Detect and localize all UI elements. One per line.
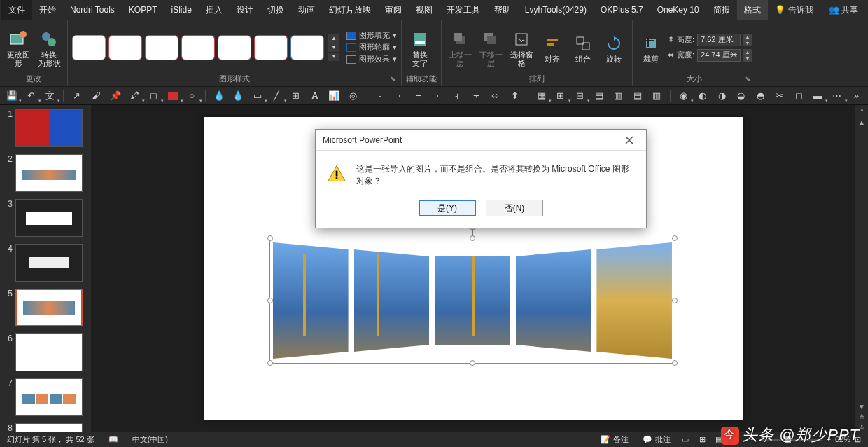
- resize-handle-tm[interactable]: [470, 235, 475, 241]
- dialog-close-button[interactable]: [620, 132, 639, 148]
- qb-align-center[interactable]: ⫠: [392, 89, 407, 103]
- slide-thumb-2[interactable]: [15, 154, 83, 192]
- menu-format[interactable]: 格式: [737, 0, 768, 20]
- share-button[interactable]: 👥 共享: [820, 4, 867, 16]
- menu-view[interactable]: 视图: [409, 0, 440, 20]
- qb-forward[interactable]: ▤: [630, 89, 645, 103]
- qb-fragment[interactable]: ◑: [715, 89, 729, 103]
- style-swatch-5[interactable]: [218, 35, 251, 60]
- dialog-yes-button[interactable]: 是(Y): [419, 200, 476, 216]
- menu-animation[interactable]: 动画: [291, 0, 322, 20]
- resize-handle-tl[interactable]: [267, 235, 273, 241]
- resize-handle-mr[interactable]: [672, 298, 678, 303]
- width-up-icon[interactable]: ▲: [743, 49, 752, 55]
- menu-koppt[interactable]: KOPPT: [122, 0, 164, 20]
- qb-front[interactable]: ▤: [592, 89, 606, 103]
- resize-handle-br[interactable]: [672, 360, 678, 366]
- qb-rect[interactable]: ▭▾: [250, 89, 265, 103]
- dialog-no-button[interactable]: 否(N): [486, 200, 543, 216]
- qb-align-right[interactable]: ⫟: [411, 89, 426, 103]
- style-swatch-2[interactable]: [108, 35, 142, 60]
- view-normal-icon[interactable]: ▭: [678, 433, 693, 446]
- qb-dropper2[interactable]: 💧: [231, 89, 246, 103]
- qb-overflow[interactable]: »: [849, 89, 864, 103]
- menu-review[interactable]: 审阅: [378, 0, 409, 20]
- resize-handle-bm[interactable]: [470, 360, 475, 366]
- style-swatch-1[interactable]: [72, 35, 106, 60]
- align-button[interactable]: 对齐: [538, 32, 566, 63]
- style-swatch-6[interactable]: [254, 35, 288, 60]
- qb-save[interactable]: 💾▾: [4, 89, 19, 103]
- menu-onekey[interactable]: OneKey 10: [650, 0, 706, 20]
- qb-eyedropper[interactable]: 💧: [211, 89, 226, 103]
- qb-fill-color[interactable]: ▾: [165, 89, 180, 103]
- menu-nordri[interactable]: Nordri Tools: [63, 0, 122, 20]
- shape-outline-button[interactable]: 图形轮廓 ▾: [346, 42, 397, 53]
- width-down-icon[interactable]: ▼: [743, 55, 752, 62]
- gallery-more-icon[interactable]: ▾: [328, 53, 340, 61]
- qb-undo[interactable]: ↶▾: [23, 89, 38, 103]
- bring-forward-button[interactable]: 上移一层: [446, 28, 474, 67]
- qb-brush[interactable]: 🖌: [89, 89, 104, 103]
- width-input[interactable]: [697, 49, 741, 62]
- view-sorter-icon[interactable]: ⊞: [694, 433, 710, 446]
- notes-button[interactable]: 📝 备注: [594, 434, 636, 445]
- convert-to-shape-button[interactable]: 转换 为形状: [35, 28, 63, 67]
- menu-islide[interactable]: iSlide: [164, 0, 199, 20]
- menu-transition[interactable]: 切换: [260, 0, 291, 20]
- slide-thumb-4[interactable]: [15, 244, 83, 282]
- selection-pane-button[interactable]: 选择窗格: [507, 28, 536, 67]
- slide-thumb-7[interactable]: [15, 378, 83, 416]
- qb-align-top[interactable]: ⫠: [430, 89, 445, 103]
- height-input[interactable]: [697, 34, 741, 46]
- group-objects-button[interactable]: 组合: [569, 32, 597, 63]
- tell-me[interactable]: 💡告诉我: [768, 4, 820, 16]
- language-status[interactable]: 中文(中国): [125, 434, 175, 445]
- scroll-up-icon[interactable]: ▲: [858, 118, 865, 126]
- resize-handle-bl[interactable]: [267, 360, 273, 366]
- prev-slide-icon[interactable]: ≙: [859, 413, 864, 421]
- qb-group[interactable]: ⊞▾: [553, 89, 568, 103]
- resize-handle-tr[interactable]: [672, 235, 678, 241]
- menu-lvyh[interactable]: LvyhTools(0429): [518, 0, 594, 20]
- gallery-down-icon[interactable]: ▼: [328, 43, 340, 52]
- slide-thumb-8[interactable]: [15, 423, 83, 432]
- qb-font[interactable]: A: [307, 89, 322, 103]
- height-down-icon[interactable]: ▼: [743, 40, 752, 46]
- qb-distribute-v[interactable]: ⬍: [507, 89, 522, 103]
- slide-thumb-3[interactable]: [15, 199, 83, 237]
- resize-handle-ml[interactable]: [267, 298, 273, 303]
- qb-more[interactable]: ⋯▾: [830, 89, 844, 103]
- collapse-icon[interactable]: ˄: [860, 108, 864, 116]
- qb-combine[interactable]: ◐: [695, 89, 710, 103]
- crop-button[interactable]: 裁剪: [637, 32, 665, 63]
- qb-subtract[interactable]: ◓: [752, 89, 767, 103]
- qb-align-bottom[interactable]: ⫟: [469, 89, 484, 103]
- gallery-up-icon[interactable]: ▲: [328, 34, 340, 43]
- dialog-titlebar[interactable]: Microsoft PowerPoint: [316, 130, 646, 151]
- qb-outline[interactable]: ○▾: [185, 89, 200, 103]
- qb-backward[interactable]: ▥: [649, 89, 664, 103]
- qb-line[interactable]: ╱▾: [269, 89, 284, 103]
- size-launcher-icon[interactable]: ⬊: [745, 75, 750, 83]
- qb-pointer[interactable]: ↗: [69, 89, 84, 103]
- menu-okplus[interactable]: OKPlus 5.7: [594, 0, 650, 20]
- slide-thumb-5[interactable]: [15, 289, 83, 326]
- slide-thumb-1[interactable]: [15, 109, 83, 147]
- style-swatch-7[interactable]: [290, 35, 324, 60]
- qb-ungroup[interactable]: ⊟▾: [573, 89, 587, 103]
- qb-target[interactable]: ◎: [346, 89, 360, 103]
- qb-highlighter[interactable]: 🖍▾: [127, 89, 142, 103]
- qb-text[interactable]: ⊞: [288, 89, 303, 103]
- height-up-icon[interactable]: ▲: [743, 34, 752, 40]
- dialog-launcher-icon[interactable]: ⬊: [390, 75, 396, 83]
- qb-intersect[interactable]: ◒: [734, 89, 748, 103]
- style-swatch-3[interactable]: [145, 35, 178, 60]
- qb-back[interactable]: ▥: [611, 89, 626, 103]
- menu-design[interactable]: 设计: [230, 0, 260, 20]
- qb-square[interactable]: ◻: [791, 89, 806, 103]
- menu-start[interactable]: 开始: [32, 0, 63, 20]
- spellcheck-icon[interactable]: 📖: [102, 435, 125, 444]
- menu-help[interactable]: 帮助: [487, 0, 518, 20]
- send-backward-button[interactable]: 下移一层: [477, 28, 505, 67]
